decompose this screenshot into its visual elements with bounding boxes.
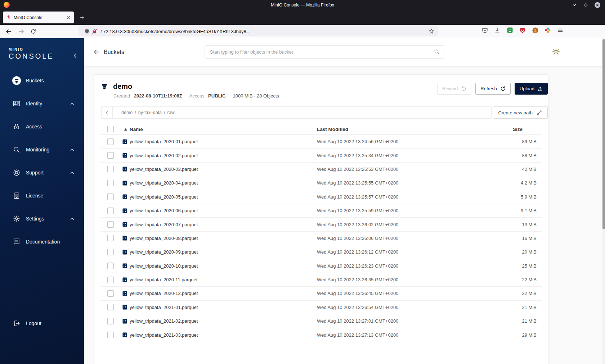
object-name[interactable]: yellow_tripdata_2020-11.parquet <box>130 277 197 282</box>
table-row[interactable]: yellow_tripdata_2020-04.parquetWed Aug 1… <box>101 176 542 190</box>
table-row[interactable]: yellow_tripdata_2020-07.parquetWed Aug 1… <box>101 218 542 231</box>
table-row[interactable]: yellow_tripdata_2020-02.parquetWed Aug 1… <box>101 149 542 162</box>
sidebar-item-identity[interactable]: Identity <box>0 92 84 115</box>
table-row[interactable]: yellow_tripdata_2021-01.parquetWed Aug 1… <box>101 301 542 314</box>
object-name[interactable]: yellow_tripdata_2020-10.parquet <box>130 263 198 269</box>
sidebar-item-support[interactable]: Support <box>0 161 84 184</box>
breadcrumb-segment[interactable]: raw <box>167 110 175 115</box>
downloads-icon[interactable] <box>494 27 501 33</box>
back-to-buckets-link[interactable]: Buckets <box>93 38 124 66</box>
back-button[interactable] <box>4 26 14 36</box>
object-name[interactable]: yellow_tripdata_2020-01.parquet <box>130 139 198 144</box>
table-row[interactable]: yellow_tripdata_2021-02.parquetWed Aug 1… <box>101 314 542 328</box>
forward-button[interactable] <box>16 26 26 36</box>
table-row[interactable]: yellow_tripdata_2020-03.parquetWed Aug 1… <box>101 163 542 176</box>
browser-tab[interactable]: MinIO Console <box>3 12 74 23</box>
column-header-name[interactable]: Name <box>130 127 143 132</box>
chevron-up-icon <box>70 218 74 220</box>
object-name[interactable]: yellow_tripdata_2020-05.parquet <box>130 194 198 200</box>
object-name[interactable]: yellow_tripdata_2021-01.parquet <box>130 305 198 310</box>
row-checkbox[interactable] <box>107 166 114 172</box>
upload-button[interactable]: Upload <box>515 83 548 95</box>
sidebar-item-buckets[interactable]: Buckets <box>0 69 84 92</box>
vertical-scrollbar[interactable] <box>602 38 605 364</box>
object-name[interactable]: yellow_tripdata_2020-07.parquet <box>130 222 198 227</box>
tracking-shield-icon[interactable] <box>84 28 90 34</box>
window-minimize-button[interactable] <box>571 2 578 8</box>
column-header-size[interactable]: Size <box>513 127 542 132</box>
sidebar-item-label: License <box>26 193 43 199</box>
row-checkbox[interactable] <box>107 152 114 159</box>
sidebar-item-access[interactable]: Access <box>0 115 84 138</box>
rewind-button[interactable]: Rewind <box>437 83 471 95</box>
object-name[interactable]: yellow_tripdata_2021-02.parquet <box>130 318 198 324</box>
create-new-path-button[interactable]: Create new path <box>493 106 548 119</box>
window-maximize-button[interactable] <box>583 2 589 8</box>
object-name[interactable]: yellow_tripdata_2020-12.parquet <box>130 291 198 296</box>
object-name[interactable]: yellow_tripdata_2020-04.parquet <box>130 180 198 186</box>
sidebar-item-logout[interactable]: Logout <box>0 312 84 335</box>
row-checkbox[interactable] <box>107 138 114 145</box>
insecure-lock-icon[interactable] <box>92 28 97 34</box>
tab-close-icon[interactable] <box>66 15 71 20</box>
table-row[interactable]: yellow_tripdata_2020-08.parquetWed Aug 1… <box>101 232 542 245</box>
row-checkbox[interactable] <box>107 318 114 324</box>
object-name[interactable]: yellow_tripdata_2020-09.parquet <box>130 249 198 255</box>
row-checkbox[interactable] <box>107 249 114 255</box>
sidebar-item-settings[interactable]: Settings <box>0 207 84 230</box>
sidebar-item-documentation[interactable]: Documentation <box>0 230 84 253</box>
scrollbar-thumb[interactable] <box>602 39 605 229</box>
sort-ascending-icon[interactable] <box>124 128 127 131</box>
window-close-button[interactable] <box>594 2 601 8</box>
select-all-checkbox[interactable] <box>107 126 114 132</box>
object-name[interactable]: yellow_tripdata_2020-06.parquet <box>130 208 198 213</box>
pocket-icon[interactable] <box>481 27 488 33</box>
row-checkbox[interactable] <box>107 290 114 297</box>
sidebar-item-monitoring[interactable]: Monitoring <box>0 138 84 161</box>
object-name[interactable]: yellow_tripdata_2020-03.parquet <box>130 167 198 172</box>
row-checkbox[interactable] <box>107 332 114 338</box>
extension-pinwheel-icon[interactable] <box>544 27 551 33</box>
refresh-button[interactable]: Refresh <box>475 83 511 95</box>
table-row[interactable]: yellow_tripdata_2020-11.parquetWed Aug 1… <box>101 273 542 287</box>
object-modified: Wed Aug 10 2022 13:26:06 GMT+0200 <box>317 236 513 241</box>
breadcrumb-segment[interactable]: demo <box>121 110 133 115</box>
object-name[interactable]: yellow_tripdata_2021-03.parquet <box>130 332 198 338</box>
table-row[interactable]: yellow_tripdata_2020-12.parquetWed Aug 1… <box>101 287 542 300</box>
search-input[interactable] <box>205 45 444 59</box>
row-checkbox[interactable] <box>107 194 114 200</box>
sidebar-collapse-icon[interactable] <box>72 52 78 59</box>
browser-settings-gear-icon[interactable] <box>552 47 560 56</box>
menu-hamburger-icon[interactable] <box>557 27 564 33</box>
reload-button[interactable] <box>28 26 38 36</box>
table-row[interactable]: yellow_tripdata_2020-01.parquetWed Aug 1… <box>101 135 542 149</box>
object-name[interactable]: yellow_tripdata_2020-08.parquet <box>130 236 198 241</box>
path-back-button[interactable] <box>102 107 113 118</box>
breadcrumb-segment[interactable]: ny-taxi-data <box>138 110 162 115</box>
row-checkbox[interactable] <box>107 208 114 214</box>
new-tab-button[interactable] <box>77 13 87 22</box>
row-checkbox[interactable] <box>107 235 114 241</box>
object-size: 21 MiB <box>513 318 542 324</box>
object-name[interactable]: yellow_tripdata_2020-02.parquet <box>130 153 198 158</box>
table-row[interactable]: yellow_tripdata_2020-10.parquetWed Aug 1… <box>101 259 542 273</box>
extension-green-icon[interactable] <box>507 27 513 33</box>
sidebar-item-license[interactable]: License <box>0 184 84 207</box>
row-checkbox[interactable] <box>107 277 114 283</box>
table-row[interactable]: yellow_tripdata_2020-05.parquetWed Aug 1… <box>101 190 542 204</box>
breadcrumb-separator: / <box>135 110 136 115</box>
table-row[interactable]: yellow_tripdata_2021-03.parquetWed Aug 1… <box>101 328 542 342</box>
url-text[interactable]: 172.18.0.3:30503/buckets/demo/browse/bnk… <box>100 29 426 34</box>
column-header-modified[interactable]: Last Modified <box>317 127 513 132</box>
ublock-origin-icon[interactable] <box>519 27 526 33</box>
table-row[interactable]: yellow_tripdata_2020-06.parquetWed Aug 1… <box>101 204 542 218</box>
object-modified: Wed Aug 10 2022 13:25:55 GMT+0200 <box>317 180 513 186</box>
row-checkbox[interactable] <box>107 263 114 269</box>
row-checkbox[interactable] <box>107 180 114 186</box>
row-checkbox[interactable] <box>107 304 114 310</box>
row-checkbox[interactable] <box>107 221 114 228</box>
table-row[interactable]: yellow_tripdata_2020-09.parquetWed Aug 1… <box>101 245 542 259</box>
bookmark-star-icon[interactable] <box>429 28 434 34</box>
account-avatar-icon[interactable] <box>532 27 538 33</box>
url-bar[interactable]: 172.18.0.3:30503/buckets/demo/browse/bnk… <box>79 26 438 36</box>
